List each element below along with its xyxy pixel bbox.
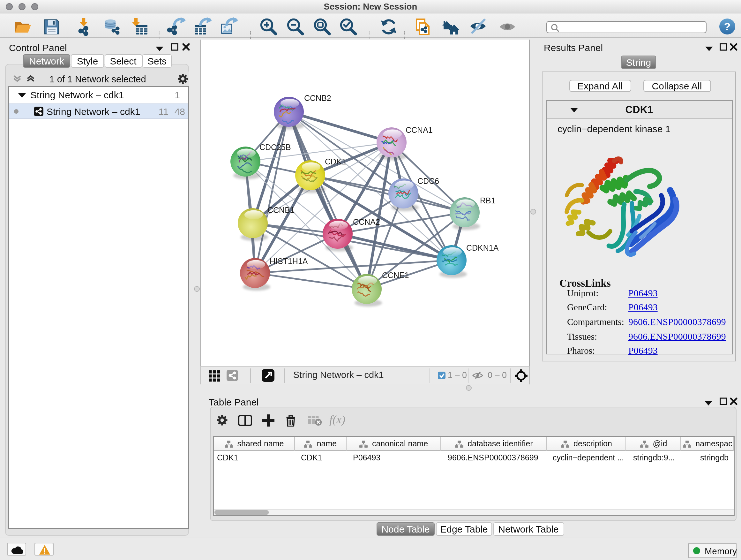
svg-text:CDK1: CDK1 <box>325 157 346 166</box>
svg-text:CDKN1A: CDKN1A <box>466 243 498 252</box>
svg-text:RB1: RB1 <box>480 196 495 205</box>
svg-text:CDC25B: CDC25B <box>259 143 291 152</box>
svg-text:CCNE1: CCNE1 <box>382 271 409 280</box>
svg-text:CCNA2: CCNA2 <box>353 217 380 226</box>
svg-text:CCNB2: CCNB2 <box>304 94 331 103</box>
svg-text:CCNB1: CCNB1 <box>267 206 294 214</box>
svg-text:?: ? <box>724 20 731 33</box>
svg-text:CDC6: CDC6 <box>417 177 439 186</box>
svg-text:CCNA1: CCNA1 <box>405 125 432 134</box>
svg-text:HIST1H1A: HIST1H1A <box>269 257 308 266</box>
